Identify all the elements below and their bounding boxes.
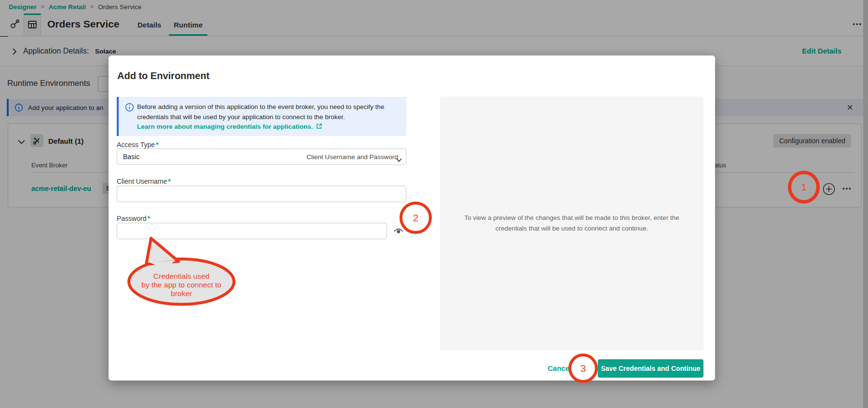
modal-title: Add to Environment bbox=[117, 70, 209, 82]
annotation-step-2: 2 bbox=[400, 202, 432, 234]
learn-more-link-text: Learn more about managing credentials fo… bbox=[137, 123, 313, 130]
learn-more-link[interactable]: Learn more about managing credentials fo… bbox=[137, 123, 400, 131]
external-link-icon bbox=[316, 123, 322, 131]
modal-info-box: Before adding a version of this applicat… bbox=[117, 97, 406, 136]
info-icon bbox=[125, 103, 134, 114]
password-label: Password* bbox=[117, 215, 150, 222]
required-mark: * bbox=[156, 141, 158, 149]
balloon-line-2: by the app to connect to bbox=[141, 281, 221, 289]
save-credentials-button[interactable]: Save Credentials and Continue bbox=[598, 359, 703, 378]
modal-info-text: Before adding a version of this applicat… bbox=[137, 102, 400, 122]
client-username-input[interactable] bbox=[117, 186, 406, 202]
access-type-label-text: Access Type bbox=[117, 141, 155, 149]
access-type-label: Access Type* bbox=[117, 141, 159, 149]
required-mark: * bbox=[168, 177, 170, 185]
annotation-step-3: 3 bbox=[568, 354, 598, 383]
access-type-value: Basic bbox=[123, 153, 139, 161]
access-type-select[interactable]: Basic Client Username and Password bbox=[117, 149, 406, 165]
password-label-text: Password bbox=[117, 215, 146, 222]
required-mark: * bbox=[147, 215, 150, 222]
annotation-balloon: Credentials used by the app to connect t… bbox=[124, 232, 240, 310]
screen: Designer > Acme Retail > Orders Service … bbox=[0, 0, 868, 408]
preview-panel-text: To view a preview of the changes that wi… bbox=[451, 213, 692, 233]
annotation-step-1: 1 bbox=[788, 171, 820, 204]
preview-panel: To view a preview of the changes that wi… bbox=[440, 96, 703, 350]
cancel-button[interactable]: Cancel bbox=[548, 364, 571, 372]
client-username-label: Client Username* bbox=[117, 177, 171, 185]
balloon-line-3: broker bbox=[171, 289, 192, 298]
chevron-down-icon bbox=[396, 155, 402, 164]
client-username-label-text: Client Username bbox=[117, 177, 167, 185]
balloon-line-1: Credentials used bbox=[153, 272, 209, 280]
access-type-secondary: Client Username and Password bbox=[306, 153, 398, 161]
